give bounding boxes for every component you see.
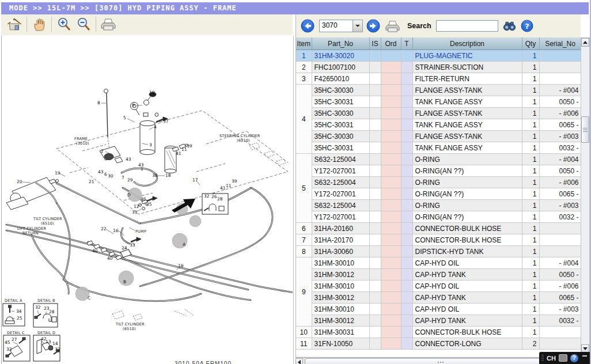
zoom-in-button[interactable] <box>54 16 74 33</box>
callout-number[interactable]: 28 <box>217 196 223 202</box>
table-row[interactable]: 35HC-30030FLANGE ASSY-TANK1- #003 <box>296 131 581 142</box>
callout-number[interactable]: 14 <box>52 341 58 346</box>
callout-number[interactable]: 31 <box>132 210 138 215</box>
table-row[interactable]: 35HC-30031TANK FLANGE ASSY10065 - <box>296 119 581 131</box>
callout-number[interactable]: 7 <box>122 175 124 180</box>
callout-number[interactable]: 6 <box>104 172 107 177</box>
panel-splitter[interactable] <box>293 36 294 364</box>
table-row[interactable]: 631HA-20160CONNECTOR-BULK HOSE1 <box>296 223 581 234</box>
table-row[interactable]: Y172-027001O-RING(AN ??)10050 - <box>296 165 581 177</box>
callout-number[interactable]: 1 <box>141 166 143 172</box>
column-header[interactable]: Ord <box>381 37 401 50</box>
callout-number[interactable]: 18 <box>165 173 171 178</box>
table-row[interactable]: Y172-027001O-RING(AN ??)10032 - <box>296 211 581 223</box>
table-row[interactable]: 1031HM-30031CONNECTOR-BULK HOSE1 <box>296 327 581 338</box>
table-row[interactable]: S632-125004O-RING1- #003 <box>296 200 581 211</box>
table-row[interactable]: 31HM-30012CAP-HYD TANK10065 - <box>296 292 581 304</box>
callout-number[interactable]: 2 <box>101 149 104 154</box>
callout-number[interactable]: 26 <box>211 194 217 199</box>
callout-number[interactable]: 37 <box>163 119 169 124</box>
language-indicator[interactable]: CH <box>547 355 556 362</box>
callout-number[interactable]: C <box>88 295 90 301</box>
langbar-grip[interactable] <box>541 355 544 362</box>
callout-number[interactable]: 11 <box>226 183 232 188</box>
table-row[interactable]: 931HM-30010CAP-HYD OIL1- #004 <box>296 257 581 269</box>
table-row[interactable]: 1131FN-10050CONNECTOR-LONG2 <box>296 338 581 350</box>
table-row[interactable]: 731HA-20170CONNECTOR-BULK HOSE1 <box>296 234 581 246</box>
callout-number[interactable]: 3 <box>149 142 152 147</box>
callout-number[interactable]: 41 <box>220 185 226 191</box>
callout-number[interactable]: B <box>123 279 126 285</box>
table-row[interactable]: 35HC-30031TANK FLANGE ASSY10050 - <box>296 96 581 108</box>
column-header[interactable]: Item <box>296 37 312 50</box>
callout-number[interactable]: 11 <box>181 147 187 152</box>
scroll-left-button[interactable] <box>296 358 303 364</box>
combo-dropdown-button[interactable] <box>353 20 362 32</box>
callout-number[interactable]: 13 <box>46 339 51 344</box>
table-row[interactable]: S632-125004O-RING1- #006 <box>296 177 581 188</box>
callout-number[interactable]: 32 <box>6 347 12 352</box>
callout-number[interactable]: 35 <box>146 202 152 207</box>
langbar-help-icon[interactable]: ? <box>570 354 578 362</box>
callout-number[interactable]: 21 <box>89 179 94 184</box>
table-row[interactable]: Y172-027001O-RING(AN ??)10065 - <box>296 188 581 200</box>
table-row[interactable]: 31HM-30012CAP-HYD TANK10032 - <box>296 315 581 327</box>
callout-number[interactable]: 40 <box>107 256 113 261</box>
callout-number[interactable]: 39 <box>232 179 237 184</box>
callout-number[interactable]: 8 <box>97 100 100 105</box>
table-row[interactable]: 31HM-30010CAP-HYD OIL1- #006 <box>296 280 581 292</box>
callout-number[interactable]: 5 <box>123 115 126 120</box>
page-code-combo[interactable]: 3070 <box>319 20 363 32</box>
search-input[interactable] <box>436 20 498 32</box>
callout-number[interactable]: 30 <box>108 173 113 179</box>
table-row[interactable]: 2FHC1007100STRAINER-SUCTION1 <box>296 62 581 73</box>
callout-number[interactable]: 19 <box>178 263 184 268</box>
callout-number[interactable]: D <box>127 192 131 198</box>
callout-number[interactable]: 36 <box>141 196 146 202</box>
forward-button[interactable] <box>366 19 380 33</box>
callout-number[interactable]: 20 <box>17 179 22 184</box>
column-header[interactable]: T <box>401 37 412 50</box>
zoom-out-button[interactable] <box>74 16 93 33</box>
table-row[interactable]: 435HC-30030FLANGE ASSY-TANK1- #004 <box>296 85 581 96</box>
table-row[interactable]: 3F42650010FILTER-RETURN1 <box>296 73 581 85</box>
callout-number[interactable]: 29 <box>127 177 133 183</box>
vertical-scroll-thumb[interactable] <box>581 116 589 143</box>
table-row[interactable]: 131HM-30020PLUG-MAGNETIC1 <box>296 50 581 62</box>
keyboard-icon[interactable] <box>559 354 567 362</box>
column-header[interactable]: IS <box>369 37 381 50</box>
langbar-minimize-button[interactable] <box>582 355 587 357</box>
scroll-up-button[interactable] <box>581 38 589 47</box>
callout-number[interactable]: 43 <box>98 169 104 175</box>
find-button[interactable] <box>503 21 516 31</box>
callout-number[interactable]: 32 <box>35 305 41 310</box>
table-row[interactable]: 31HM-30010CAP-HYD OIL1- #003 <box>296 304 581 315</box>
callout-number[interactable]: 38 <box>152 173 158 178</box>
table-row[interactable]: 35HC-30031TANK FLANGE ASSY10032 - <box>296 142 581 154</box>
column-header[interactable]: Serial_No <box>539 37 581 50</box>
table-row[interactable]: 5S632-125004O-RING1- #004 <box>296 154 581 165</box>
callout-number[interactable]: 4 <box>154 124 157 130</box>
language-bar[interactable]: CH ? <box>539 352 591 364</box>
callout-number[interactable]: 28 <box>49 309 55 314</box>
print-diagram-button[interactable] <box>99 16 118 33</box>
column-header[interactable]: Qty <box>522 37 539 50</box>
callout-number[interactable]: 41 <box>176 151 181 156</box>
callout-number[interactable]: 10 <box>149 90 155 95</box>
callout-number[interactable]: 39 <box>187 143 192 149</box>
pan-button[interactable] <box>29 16 49 33</box>
column-header[interactable]: Description <box>412 37 522 50</box>
callout-number[interactable]: 24 <box>122 245 127 251</box>
callout-number[interactable]: 9 <box>132 103 135 108</box>
callout-number[interactable]: 40 <box>92 248 98 253</box>
callout-number[interactable]: 27 <box>12 337 17 342</box>
callout-number[interactable]: 25 <box>17 316 22 321</box>
callout-number[interactable]: 32 <box>204 194 210 199</box>
callout-number[interactable]: 17 <box>192 177 198 183</box>
table-row[interactable]: 831HA-30060DIPSTICK-HYD TANK1 <box>296 246 581 257</box>
callout-number[interactable]: 43 <box>126 157 131 162</box>
home-button[interactable] <box>5 16 24 33</box>
callout-number[interactable]: A <box>183 242 186 247</box>
table-row[interactable]: 35HC-30030FLANGE ASSY-TANK1- #006 <box>296 108 581 119</box>
table-row[interactable]: 31HM-30012CAP-HYD TANK10050 - <box>296 269 581 280</box>
